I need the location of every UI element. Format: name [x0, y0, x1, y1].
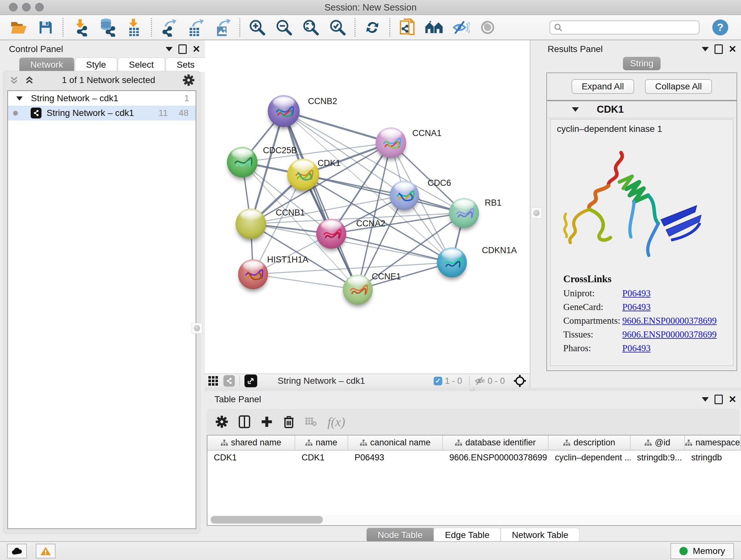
delete-column-icon[interactable] — [283, 415, 294, 428]
network-edges[interactable] — [205, 40, 530, 374]
column-header-label: shared name — [231, 438, 281, 448]
help-icon[interactable]: ? — [711, 17, 730, 37]
results-panel-divider[interactable] — [530, 40, 543, 388]
export-image-icon[interactable] — [213, 17, 232, 37]
zoom-in-icon[interactable] — [248, 17, 266, 37]
show-graphics-icon[interactable] — [478, 17, 497, 37]
warnings-button[interactable] — [36, 544, 56, 558]
hide-selected-icon[interactable] — [452, 17, 470, 37]
network-node-ccna1[interactable] — [376, 127, 406, 158]
refresh-icon[interactable] — [363, 17, 382, 37]
table-horizontal-scrollbar[interactable] — [207, 515, 741, 526]
application-window: Session: New Session — [0, 0, 741, 560]
show-columns-icon[interactable] — [239, 415, 250, 428]
open-session-icon[interactable] — [10, 17, 28, 37]
table-options-gear-icon[interactable] — [216, 416, 228, 428]
save-session-icon[interactable] — [37, 17, 55, 37]
panel-menu-icon[interactable] — [165, 47, 173, 51]
tab-sets[interactable]: Sets — [165, 57, 206, 72]
crosslink-link[interactable]: P06493 — [622, 343, 651, 354]
tab-select[interactable]: Select — [118, 57, 165, 72]
memory-button[interactable]: Memory — [670, 543, 734, 559]
table-cell: CDK1 — [295, 453, 348, 462]
export-network-icon[interactable] — [159, 17, 178, 37]
network-edge[interactable] — [284, 111, 391, 143]
add-column-icon[interactable] — [261, 416, 273, 428]
close-panel-icon[interactable]: ✕ — [192, 44, 200, 54]
network-node-cdkn1a[interactable] — [437, 247, 467, 277]
import-table-file-icon[interactable] — [125, 17, 143, 37]
crosslink-link[interactable]: P06493 — [622, 288, 651, 299]
network-edge[interactable] — [253, 274, 358, 290]
column-header-namespace[interactable]: namespace — [685, 435, 741, 450]
tab-network[interactable]: Network — [19, 57, 74, 72]
panel-divider-handle[interactable] — [531, 207, 542, 219]
search-input[interactable] — [565, 22, 695, 33]
clone-network-icon[interactable] — [398, 17, 416, 37]
scrollbar-thumb[interactable] — [211, 516, 323, 523]
column-header-shared-name[interactable]: shared name — [207, 435, 295, 450]
cloud-status-button[interactable] — [7, 544, 27, 558]
import-network-file-icon[interactable] — [71, 17, 90, 37]
tab-style[interactable]: Style — [75, 57, 117, 72]
float-panel-icon[interactable] — [715, 44, 723, 54]
fit-selected-crosshair-icon[interactable] — [513, 374, 527, 388]
network-node-ccne1[interactable] — [343, 274, 373, 305]
network-node-cdc6[interactable] — [390, 181, 419, 210]
column-header-database-identifier[interactable]: database identifier — [443, 435, 549, 450]
collection-expander-icon[interactable] — [16, 97, 23, 101]
network-edge[interactable] — [331, 234, 452, 262]
horizontal-splitter[interactable] — [205, 388, 741, 391]
panel-menu-icon[interactable] — [702, 47, 709, 51]
expand-all-icon[interactable] — [24, 75, 34, 85]
crosslink-link[interactable]: 9606.ENSP00000378699 — [622, 329, 717, 340]
network-node-ccna2[interactable] — [316, 219, 346, 249]
network-collection-row[interactable]: String Network – cdk1 1 — [8, 91, 196, 106]
tab-node-table[interactable]: Node Table — [366, 528, 434, 543]
selected-checkbox-icon[interactable]: ✓ — [434, 377, 442, 385]
cloud-icon — [11, 547, 23, 555]
first-neighbors-icon[interactable] — [425, 17, 443, 37]
network-node-rb1[interactable] — [449, 198, 479, 228]
panel-menu-icon[interactable] — [702, 397, 709, 401]
crosslink-link[interactable]: P06493 — [622, 302, 651, 312]
crosslink-link[interactable]: 9606.ENSP00000378699 — [622, 315, 717, 326]
export-table-icon[interactable] — [186, 17, 205, 37]
collapse-all-button[interactable]: Collapse All — [645, 79, 712, 94]
tab-string[interactable]: String — [623, 57, 661, 70]
network-canvas[interactable]: CCNB2CCNA1CDC25BCDK1CDC6RB1CCNB1CCNA2CDK… — [205, 40, 530, 374]
column-header-canonical-name[interactable]: canonical name — [348, 435, 443, 450]
network-node-cdk1[interactable] — [287, 159, 319, 191]
tab-network-table[interactable]: Network Table — [501, 528, 580, 543]
network-node-cdc25b[interactable] — [227, 147, 258, 178]
panel-divider-handle[interactable] — [192, 323, 202, 334]
share-view-icon[interactable] — [223, 375, 235, 387]
birdseye-view-icon[interactable] — [245, 374, 257, 387]
column-header--id[interactable]: @id — [630, 435, 685, 450]
search-box[interactable] — [549, 20, 699, 35]
network-node-ccnb2[interactable] — [268, 95, 300, 127]
import-network-database-icon[interactable] — [98, 17, 117, 37]
network-row[interactable]: String Network – cdk1 11 48 — [8, 106, 196, 120]
section-expander-icon[interactable] — [572, 107, 579, 112]
network-node-hist1h1a[interactable] — [238, 259, 268, 289]
float-panel-icon[interactable] — [179, 44, 187, 54]
grid-view-icon[interactable] — [208, 376, 218, 386]
tab-edge-table[interactable]: Edge Table — [434, 528, 501, 543]
protein-section-header[interactable]: CDK1 — [547, 101, 737, 118]
close-panel-icon[interactable]: ✕ — [729, 44, 737, 54]
zoom-fit-icon[interactable] — [301, 17, 320, 37]
hidden-eye-icon[interactable] — [474, 376, 485, 386]
network-options-gear-icon[interactable] — [183, 74, 194, 86]
network-node-ccnb1[interactable] — [235, 208, 266, 239]
close-panel-icon[interactable]: ✕ — [729, 395, 737, 404]
collapse-all-icon[interactable] — [9, 75, 19, 85]
column-header-name[interactable]: name — [295, 435, 348, 450]
float-panel-icon[interactable] — [715, 395, 723, 404]
zoom-selected-icon[interactable] — [328, 17, 347, 37]
expand-all-button[interactable]: Expand All — [571, 79, 634, 94]
table-row[interactable]: CDK1CDK1P064939606.ENSP00000378699cyclin… — [207, 450, 741, 464]
table-type-tabs: Node TableEdge TableNetwork Table — [205, 528, 741, 543]
column-header-description[interactable]: description — [549, 435, 630, 450]
zoom-out-icon[interactable] — [275, 17, 293, 37]
